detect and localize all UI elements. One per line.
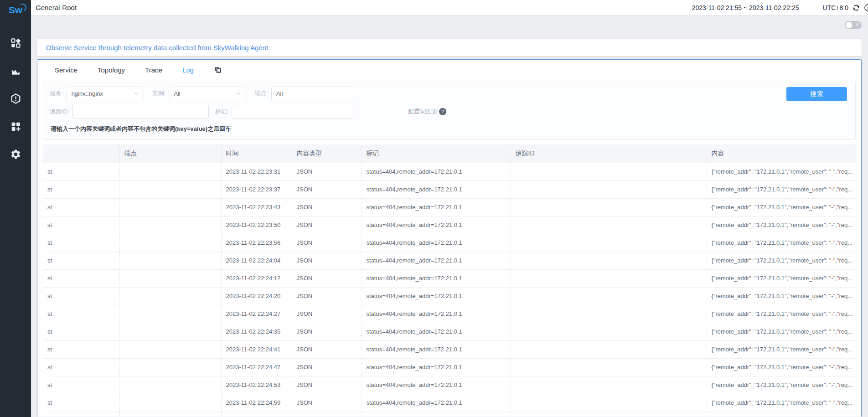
table-row[interactable]: st2023-11-02 22:23:50JSONstatus=404,remo… [43,216,856,234]
cell-time: 2023-11-02 22:24:04 [221,252,292,269]
sidebar-item-settings[interactable] [6,145,25,163]
cell-content-type: JSON [292,269,362,287]
cell-trace-id [511,412,707,417]
cell-time: 2023-11-02 22:24:41 [221,340,292,358]
table-row[interactable]: st2023-11-02 22:24:53JSONstatus=404,remo… [43,376,856,394]
cell-content: {"remote_addr": "172.21.0.1","remote_use… [707,234,856,252]
log-table-body: st2023-11-02 22:23:31JSONstatus=404,remo… [43,163,856,417]
table-row[interactable]: st2023-11-02 22:24:20JSONstatus=404,remo… [43,287,856,305]
table-row[interactable]: st2023-11-02 22:24:27JSONstatus=404,remo… [43,305,856,323]
search-hint-text: 请输入一个内容关键词或者内容不包含的关键词(key=value)之后回车 [51,125,786,133]
info-icon[interactable] [864,4,868,12]
col-header-tags: 标记 [362,144,511,163]
cell-trace-id [511,234,707,252]
sidebar-item-alerting[interactable] [6,89,25,108]
table-header-row: 端点 时间 内容类型 标记 追踪ID 内容 [43,144,856,163]
cell-tags: status=404,remote_addr=172.21.0.1 [362,287,511,305]
table-row[interactable]: st2023-11-02 22:25:05JSONstatus=404,remo… [43,412,856,417]
app-root: Sw [0,0,868,417]
cell-service: st [43,198,119,216]
table-row[interactable]: st2023-11-02 22:24:35JSONstatus=404,remo… [43,323,856,340]
cell-endpoint [119,358,221,376]
cell-trace-id [511,198,707,216]
grid-diamond-icon [10,37,21,49]
trace-id-input[interactable] [72,105,209,118]
skywalking-logo[interactable]: Sw [9,5,22,23]
dashboard-workspace: V Observe Service through telemetry data… [31,15,868,417]
col-header-content: 内容 [707,144,856,163]
config-vocabulary-link[interactable]: 配置词汇页 ? [408,108,446,116]
cell-content: {"remote_addr": "172.21.0.1","remote_use… [707,252,856,269]
tab-service[interactable]: Service [55,66,78,74]
cell-endpoint [119,287,221,305]
table-row[interactable]: st2023-11-02 22:24:47JSONstatus=404,remo… [43,358,856,376]
copy-tab-button[interactable] [214,66,222,74]
table-row[interactable]: st2023-11-02 22:24:04JSONstatus=404,remo… [43,252,856,269]
cell-trace-id [511,340,707,358]
cell-endpoint [119,216,221,234]
search-button[interactable]: 搜索 [786,87,847,101]
filter-row-2: 追踪ID: 标记: 配置词汇页 ? [50,105,786,118]
cell-time: 2023-11-02 22:25:05 [221,412,292,417]
cell-tags: status=404,remote_addr=172.21.0.1 [362,305,511,323]
service-select[interactable]: nginx::nginx [67,87,144,100]
table-row[interactable]: st2023-11-02 22:23:37JSONstatus=404,remo… [43,180,856,198]
col-header-endpoint: 端点 [119,144,221,163]
table-row[interactable]: st2023-11-02 22:24:59JSONstatus=404,remo… [43,394,856,412]
sidebar-item-metrics[interactable] [6,62,25,80]
cell-time: 2023-11-02 22:23:56 [221,234,292,252]
cell-endpoint [119,269,221,287]
sidebar-item-marketplace[interactable] [6,117,25,135]
cell-trace-id [511,163,707,180]
sidebar-item-dashboards[interactable] [6,34,25,52]
time-range-picker[interactable]: 2023-11-02 21:55 ~ 2023-11-02 22:25 [692,4,799,11]
cell-service: st [43,358,119,376]
log-table-container: 端点 时间 内容类型 标记 追踪ID 内容 st2023-11-02 22:23… [43,144,856,417]
tags-input[interactable] [232,105,353,118]
cell-content: {"remote_addr": "172.21.0.1","remote_use… [707,376,856,394]
tab-log[interactable]: Log [182,66,194,74]
col-header-trace-id: 追踪ID [511,144,707,163]
cell-time: 2023-11-02 22:23:31 [221,163,292,180]
cell-content-type: JSON [292,323,362,340]
cell-endpoint [119,252,221,269]
service-label: 服务: [50,89,63,98]
filter-fields: 服务: nginx::nginx 实例: All [50,87,786,136]
cell-content: {"remote_addr": "172.21.0.1","remote_use… [707,394,856,412]
refresh-icon[interactable] [852,4,860,12]
cell-time: 2023-11-02 22:24:20 [221,287,292,305]
service-select-value: nginx::nginx [72,90,103,97]
hexagon-alert-icon [10,93,21,104]
table-row[interactable]: st2023-11-02 22:24:12JSONstatus=404,remo… [43,269,856,287]
cell-content: {"remote_addr": "172.21.0.1","remote_use… [707,412,856,417]
cell-time: 2023-11-02 22:24:59 [221,394,292,412]
tab-trace[interactable]: Trace [145,66,162,74]
table-row[interactable]: st2023-11-02 22:23:56JSONstatus=404,remo… [43,234,856,252]
cell-content-type: JSON [292,252,362,269]
instance-label: 实例: [152,89,166,98]
cell-content-type: JSON [292,340,362,358]
cell-content-type: JSON [292,287,362,305]
cell-tags: status=404,remote_addr=172.21.0.1 [362,323,511,340]
log-widget: Service Topology Trace Log [37,59,862,417]
table-row[interactable]: st2023-11-02 22:23:43JSONstatus=404,remo… [43,198,856,216]
cell-service: st [43,394,119,412]
cell-time: 2023-11-02 22:23:50 [221,216,292,234]
cell-content: {"remote_addr": "172.21.0.1","remote_use… [707,287,856,305]
copy-icon [214,66,222,74]
cell-time: 2023-11-02 22:24:35 [221,323,292,340]
cell-trace-id [511,269,707,287]
instance-select[interactable]: All [169,87,246,100]
cell-trace-id [511,394,707,412]
cell-service: st [43,163,119,180]
timezone-label[interactable]: UTC+8:0 [823,4,848,11]
trace-id-label: 追踪ID: [50,108,69,116]
cell-content-type: JSON [292,180,362,198]
version-toggle[interactable]: V [845,21,862,29]
endpoint-input[interactable]: All [271,87,353,100]
table-row[interactable]: st2023-11-02 22:24:41JSONstatus=404,remo… [43,340,856,358]
help-question-icon[interactable]: ? [439,108,446,115]
cell-trace-id [511,216,707,234]
table-row[interactable]: st2023-11-02 22:23:31JSONstatus=404,remo… [43,163,856,180]
tab-topology[interactable]: Topology [98,66,125,74]
